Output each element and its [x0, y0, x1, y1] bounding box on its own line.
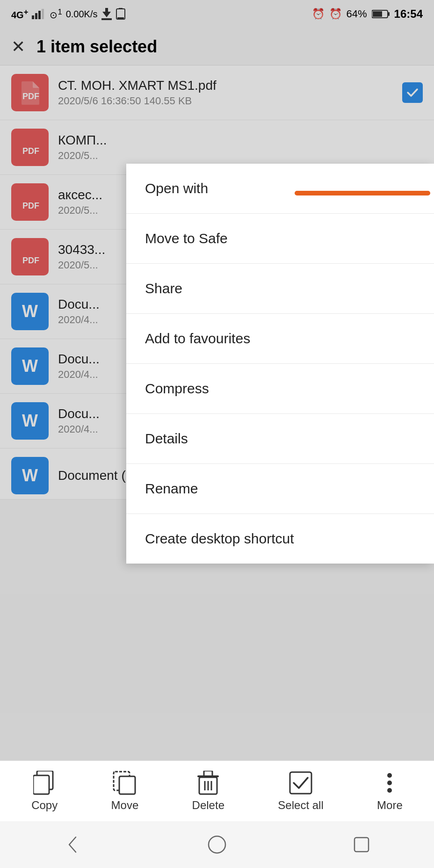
recents-button[interactable] — [347, 831, 376, 859]
menu-item-create-shortcut[interactable]: Create desktop shortcut — [126, 514, 434, 564]
menu-item-details[interactable]: Details — [126, 414, 434, 464]
menu-item-compress[interactable]: Compress — [126, 364, 434, 414]
navigation-bar — [0, 821, 434, 868]
delete-icon — [196, 771, 220, 795]
copy-icon — [32, 771, 57, 795]
back-button[interactable] — [58, 831, 87, 859]
delete-label: Delete — [192, 799, 224, 812]
more-button[interactable]: More — [368, 766, 412, 817]
svg-rect-20 — [119, 776, 135, 794]
select-all-label: Select all — [278, 799, 323, 812]
svg-point-28 — [387, 773, 392, 778]
copy-button[interactable]: Copy — [22, 766, 67, 817]
more-label: More — [377, 799, 403, 812]
select-all-button[interactable]: Select all — [268, 766, 333, 817]
svg-point-30 — [387, 788, 392, 793]
arrow-indicator — [295, 191, 430, 195]
home-button[interactable] — [203, 831, 231, 859]
svg-point-29 — [387, 781, 392, 785]
menu-item-move-to-safe[interactable]: Move to Safe — [126, 214, 434, 264]
move-label: Move — [111, 799, 139, 812]
select-all-icon — [289, 771, 313, 795]
more-icon — [377, 771, 402, 795]
menu-item-share[interactable]: Share — [126, 264, 434, 314]
move-button[interactable]: Move — [102, 766, 148, 817]
bottom-toolbar: Copy Move Delete — [0, 760, 434, 821]
svg-point-31 — [209, 836, 225, 853]
svg-rect-32 — [354, 838, 369, 852]
copy-label: Copy — [31, 799, 58, 812]
menu-item-add-favourites[interactable]: Add to favourites — [126, 314, 434, 364]
menu-item-open-with[interactable]: Open with — [126, 164, 434, 214]
svg-rect-18 — [33, 775, 49, 794]
delete-button[interactable]: Delete — [183, 766, 234, 817]
menu-item-rename[interactable]: Rename — [126, 464, 434, 514]
move-icon — [113, 771, 137, 795]
context-menu: Open with Move to Safe Share Add to favo… — [126, 164, 434, 564]
